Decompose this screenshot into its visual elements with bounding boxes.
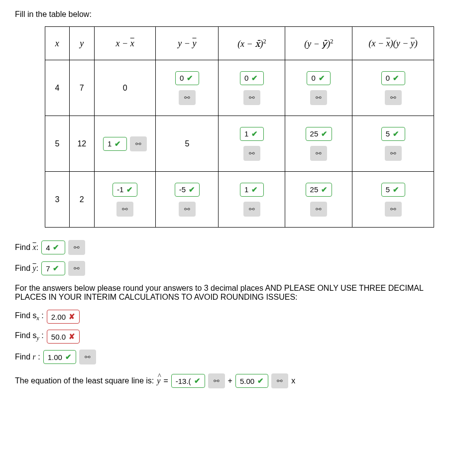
find-r-line: Find r : 1.00✔ ⚯ xyxy=(15,350,434,364)
header-x-minus-xbar-sq: (x − x̄)2 xyxy=(219,27,285,60)
plus-sign: + xyxy=(228,376,232,385)
retry-button[interactable]: ⚯ xyxy=(271,373,288,388)
answer-input[interactable]: 25✔ xyxy=(306,127,333,141)
equals-sign: = xyxy=(163,376,168,385)
retry-button[interactable]: ⚯ xyxy=(243,90,260,105)
header-y-minus-ybar: y − y xyxy=(156,27,219,60)
data-table: x y x − x y − y (x − x̄)2 (y − ȳ)2 (x − … xyxy=(45,26,434,228)
answer-input[interactable]: 0✔ xyxy=(381,71,405,85)
cell-x-minus-xbar: -1✔ ⚯ xyxy=(94,172,156,228)
instruction-text: Fill in the table below: xyxy=(15,10,434,19)
check-icon: ✔ xyxy=(321,185,328,194)
find-ybar-line: Find y: 7✔ ⚯ xyxy=(15,261,434,276)
answer-input[interactable]: 1✔ xyxy=(240,127,264,141)
header-x: x xyxy=(45,27,70,60)
label-find-xbar: Find x: xyxy=(15,243,38,252)
header-product: (x − x)(y − y) xyxy=(352,27,434,60)
retry-button[interactable]: ⚯ xyxy=(179,90,196,105)
answer-input[interactable]: 5✔ xyxy=(381,183,405,197)
header-x-minus-xbar: x − x xyxy=(94,27,156,60)
y-hat: y xyxy=(157,376,160,385)
retry-button[interactable]: ⚯ xyxy=(208,373,225,388)
check-icon: ✔ xyxy=(257,376,264,385)
header-y-minus-ybar-sq: (y − ȳ)2 xyxy=(285,27,352,60)
check-icon: ✔ xyxy=(393,185,399,194)
check-icon: ✔ xyxy=(393,129,399,138)
trailing-x: x xyxy=(291,376,295,385)
cell-y: 7 xyxy=(69,60,94,116)
retry-button[interactable]: ⚯ xyxy=(243,202,260,217)
cell-x: 3 xyxy=(45,172,70,228)
answer-input[interactable]: 1✔ xyxy=(103,137,127,151)
intercept-input[interactable]: -13.(✔ xyxy=(171,374,205,388)
check-icon: ✔ xyxy=(65,353,72,361)
slope-input[interactable]: 5.00✔ xyxy=(235,374,268,388)
cell-y-minus-ybar-sq: 0✔ ⚯ xyxy=(285,60,352,116)
cell-y-minus-ybar: 5 xyxy=(156,116,219,172)
header-y: y xyxy=(69,27,94,60)
find-sx-line: Find sx : 2.00✘ xyxy=(15,310,434,324)
retry-button[interactable]: ⚯ xyxy=(68,261,85,276)
cell-x: 4 xyxy=(45,60,70,116)
check-icon: ✔ xyxy=(53,243,59,252)
retry-button[interactable]: ⚯ xyxy=(79,350,96,364)
check-icon: ✔ xyxy=(251,185,258,194)
cell-x-minus-xbar-sq: 0✔ ⚯ xyxy=(219,60,285,116)
find-xbar-line: Find x: 4✔ ⚯ xyxy=(15,240,434,255)
r-input[interactable]: 1.00✔ xyxy=(43,350,76,364)
answer-input[interactable]: 0✔ xyxy=(175,71,199,85)
label-find-ybar: Find y: xyxy=(15,264,38,273)
cell-y: 2 xyxy=(69,172,94,228)
retry-button[interactable]: ⚯ xyxy=(116,202,133,217)
check-icon: ✔ xyxy=(251,129,258,138)
xbar-input[interactable]: 4✔ xyxy=(41,240,65,254)
check-icon: ✔ xyxy=(251,74,258,83)
cell-x-minus-xbar-sq: 1✔ ⚯ xyxy=(219,116,285,172)
retry-button[interactable]: ⚯ xyxy=(130,136,147,151)
retry-button[interactable]: ⚯ xyxy=(385,202,402,217)
retry-button[interactable]: ⚯ xyxy=(310,90,327,105)
check-icon: ✔ xyxy=(114,139,121,148)
cell-x-minus-xbar: 1✔ ⚯ xyxy=(94,116,156,172)
cell-x-minus-xbar: 0 xyxy=(94,60,156,116)
cell-y-minus-ybar-sq: 25✔ ⚯ xyxy=(285,172,352,228)
answer-input[interactable]: -1✔ xyxy=(112,183,137,197)
answer-input[interactable]: 0✔ xyxy=(307,71,331,85)
find-sy-line: Find sy : 50.0✘ xyxy=(15,330,434,344)
rounding-note: For the answers below please round your … xyxy=(15,284,434,302)
sx-input[interactable]: 2.00✘ xyxy=(47,310,80,324)
cell-product: 5✔ ⚯ xyxy=(352,172,434,228)
retry-button[interactable]: ⚯ xyxy=(310,146,327,161)
answer-input[interactable]: 1✔ xyxy=(240,183,264,197)
answer-input[interactable]: -5✔ xyxy=(175,183,200,197)
check-icon: ✔ xyxy=(321,129,328,138)
check-icon: ✔ xyxy=(53,264,59,273)
retry-button[interactable]: ⚯ xyxy=(385,146,402,161)
cell-x-minus-xbar-sq: 1✔ ⚯ xyxy=(219,172,285,228)
label-find-sy: Find sy : xyxy=(15,331,44,342)
retry-button[interactable]: ⚯ xyxy=(179,202,196,217)
check-icon: ✔ xyxy=(393,74,399,83)
cell-product: 5✔ ⚯ xyxy=(352,116,434,172)
cross-icon: ✘ xyxy=(69,312,75,321)
cell-y-minus-ybar: 0✔ ⚯ xyxy=(156,60,219,116)
retry-button[interactable]: ⚯ xyxy=(68,240,85,255)
check-icon: ✔ xyxy=(194,376,201,385)
answer-input[interactable]: 25✔ xyxy=(306,183,333,197)
label-find-r: Find r : xyxy=(15,353,40,361)
cell-y: 12 xyxy=(69,116,94,172)
equation-text: The equation of the least square line is… xyxy=(15,376,154,385)
table-row: 4 7 0 0✔ ⚯ 0✔ ⚯ 0✔ ⚯ xyxy=(45,60,434,116)
table-row: 5 12 1✔ ⚯ 5 1✔ ⚯ 25✔ ⚯ xyxy=(45,116,434,172)
cell-x: 5 xyxy=(45,116,70,172)
retry-button[interactable]: ⚯ xyxy=(385,90,402,105)
retry-button[interactable]: ⚯ xyxy=(310,202,327,217)
regression-equation-line: The equation of the least square line is… xyxy=(15,373,434,388)
check-icon: ✔ xyxy=(189,185,195,194)
answer-input[interactable]: 0✔ xyxy=(240,71,264,85)
sy-input[interactable]: 50.0✘ xyxy=(47,330,80,344)
answer-input[interactable]: 5✔ xyxy=(381,127,405,141)
check-icon: ✔ xyxy=(319,74,325,83)
ybar-input[interactable]: 7✔ xyxy=(41,261,65,275)
retry-button[interactable]: ⚯ xyxy=(243,146,260,161)
